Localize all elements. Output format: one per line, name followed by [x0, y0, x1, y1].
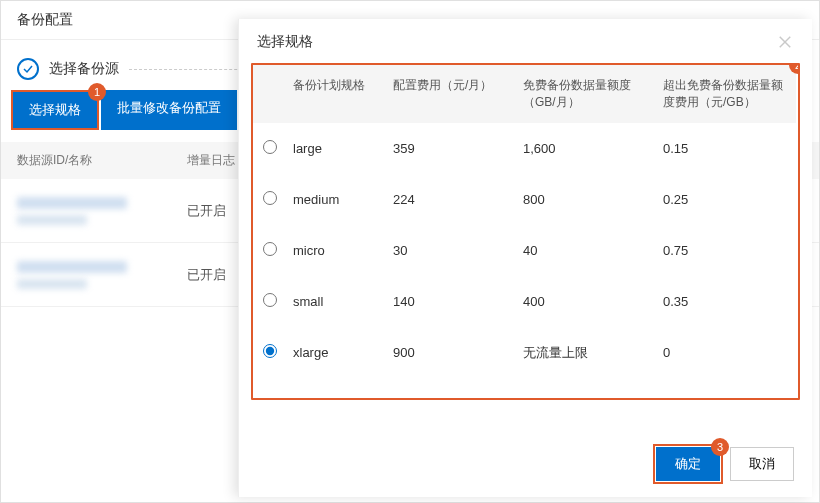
annotation-badge-3: 3 — [711, 438, 729, 456]
spec-over: 0.15 — [663, 141, 783, 156]
cancel-button[interactable]: 取消 — [730, 447, 794, 481]
spec-table-wrap: 2 备份计划规格 配置费用（元/月） 免费备份数据量额度（GB/月） 超出免费备… — [251, 63, 800, 400]
spec-name: medium — [293, 192, 393, 207]
spec-row[interactable]: small1404000.35 — [253, 276, 796, 327]
spec-price: 900 — [393, 345, 523, 360]
spec-radio[interactable] — [263, 293, 277, 307]
col-over-header: 超出免费备份数据量额度费用（元/GB） — [663, 77, 783, 111]
spec-radio[interactable] — [263, 242, 277, 256]
col-plan-header: 备份计划规格 — [293, 77, 393, 111]
spec-name: micro — [293, 243, 393, 258]
spec-over: 0.25 — [663, 192, 783, 207]
col-price-header: 配置费用（元/月） — [393, 77, 523, 111]
spec-table-body: large3591,6000.15medium2248000.25micro30… — [253, 123, 796, 379]
spec-table-header: 备份计划规格 配置费用（元/月） 免费备份数据量额度（GB/月） 超出免费备份数… — [253, 65, 796, 123]
tab-batch-modify-label: 批量修改备份配置 — [117, 100, 221, 115]
bg-row-id — [17, 197, 187, 225]
spec-free: 1,600 — [523, 141, 663, 156]
bg-row-status: 已开启 — [187, 266, 226, 284]
spec-row[interactable]: micro30400.75 — [253, 225, 796, 276]
close-icon[interactable] — [776, 33, 794, 51]
step-check-icon — [17, 58, 39, 80]
tab-select-spec-label: 选择规格 — [29, 102, 81, 117]
spec-table-scroll[interactable]: 备份计划规格 配置费用（元/月） 免费备份数据量额度（GB/月） 超出免费备份数… — [253, 65, 798, 398]
modal-footer: 确定 3 取消 — [239, 433, 812, 497]
spec-free: 800 — [523, 192, 663, 207]
spec-price: 224 — [393, 192, 523, 207]
spec-over: 0 — [663, 345, 783, 360]
spec-price: 359 — [393, 141, 523, 156]
modal-header: 选择规格 — [239, 19, 812, 63]
blurred-text — [17, 279, 87, 289]
tab-batch-modify[interactable]: 批量修改备份配置 — [101, 90, 237, 130]
modal-title: 选择规格 — [257, 33, 313, 51]
blurred-text — [17, 197, 127, 209]
blurred-text — [17, 215, 87, 225]
spec-name: xlarge — [293, 345, 393, 360]
bg-row-id — [17, 261, 187, 289]
spec-row[interactable]: large3591,6000.15 — [253, 123, 796, 174]
step-title: 选择备份源 — [49, 60, 119, 78]
modal-body: 2 备份计划规格 配置费用（元/月） 免费备份数据量额度（GB/月） 超出免费备… — [239, 63, 812, 433]
bg-col-log: 增量日志 — [187, 152, 235, 169]
bg-col-id: 数据源ID/名称 — [17, 152, 187, 169]
spec-row[interactable]: medium2248000.25 — [253, 174, 796, 225]
spec-over: 0.35 — [663, 294, 783, 309]
blurred-text — [17, 261, 127, 273]
annotation-badge-1: 1 — [88, 83, 106, 101]
spec-radio[interactable] — [263, 344, 277, 358]
spec-name: large — [293, 141, 393, 156]
spec-free: 40 — [523, 243, 663, 258]
spec-free: 400 — [523, 294, 663, 309]
tab-select-spec[interactable]: 选择规格 1 — [11, 90, 99, 130]
spec-price: 30 — [393, 243, 523, 258]
spec-radio[interactable] — [263, 191, 277, 205]
col-free-header: 免费备份数据量额度（GB/月） — [523, 77, 663, 111]
page-root: 备份配置 选择备份源 选择规格 1 批量修改备份配置 数据源ID/名称 增量日志… — [0, 0, 820, 503]
confirm-button-label: 确定 — [675, 456, 701, 471]
cancel-button-label: 取消 — [749, 456, 775, 471]
spec-over: 0.75 — [663, 243, 783, 258]
spec-row[interactable]: xlarge900无流量上限0 — [253, 327, 796, 379]
select-spec-modal: 选择规格 2 备份计划规格 配置费用（元/月） 免费备份数据量额度（GB/月） … — [238, 19, 812, 497]
confirm-button[interactable]: 确定 3 — [656, 447, 720, 481]
spec-radio[interactable] — [263, 140, 277, 154]
spec-price: 140 — [393, 294, 523, 309]
spec-free: 无流量上限 — [523, 344, 663, 362]
col-radio-header — [263, 77, 293, 111]
spec-name: small — [293, 294, 393, 309]
bg-row-status: 已开启 — [187, 202, 226, 220]
